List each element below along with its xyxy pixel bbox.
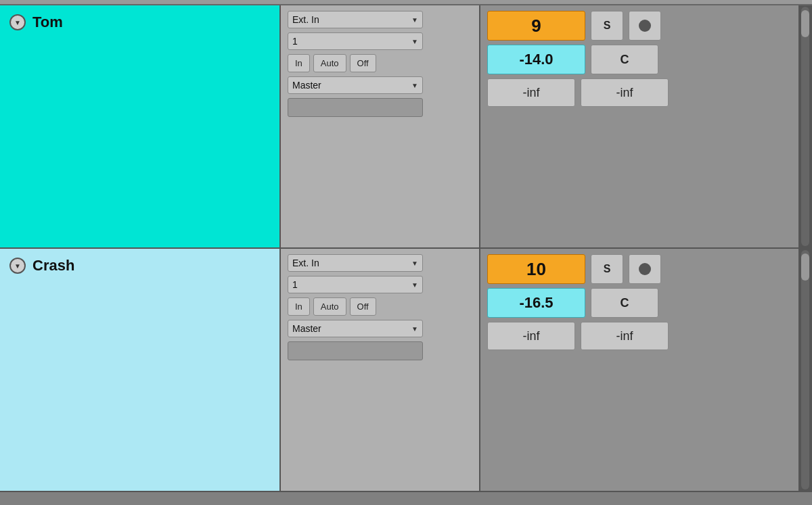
tom-master-row: Master ▼ <box>288 76 472 94</box>
crash-inf2: -inf <box>581 322 669 350</box>
track-row-tom: ▼ Tom Ext. In ▼ 1 ▼ In Auto Off <box>0 5 812 249</box>
tom-record-button[interactable] <box>629 11 661 41</box>
crash-scrollbar-track <box>801 250 809 489</box>
crash-right-panel: 10 S -16.5 C -inf <box>480 249 798 491</box>
crash-record-dot <box>639 263 651 275</box>
crash-channel-dropdown[interactable]: 1 ▼ <box>288 276 423 293</box>
crash-rp-row3: -inf -inf <box>487 322 792 350</box>
track-row-crash: ▼ Crash Ext. In ▼ 1 ▼ In Auto Off <box>0 249 812 492</box>
crash-off-button[interactable]: Off <box>350 297 376 316</box>
crash-input-dropdown[interactable]: Ext. In ▼ <box>288 254 423 272</box>
track-label-crash: ▼ Crash <box>9 257 74 274</box>
crash-rp-row2: -16.5 C <box>487 288 792 318</box>
tom-scrollbar[interactable] <box>798 5 812 247</box>
tom-c-button[interactable]: C <box>591 45 658 74</box>
tom-inf2: -inf <box>581 78 669 107</box>
crash-channel-row: 1 ▼ <box>288 276 472 293</box>
crash-channel-label: 1 <box>292 279 298 290</box>
crash-master-dropdown[interactable]: Master ▼ <box>288 320 423 337</box>
tom-track-name: Tom <box>32 14 63 31</box>
tom-rp-row2: -14.0 C <box>487 45 792 74</box>
crash-in-button[interactable]: In <box>288 297 310 316</box>
crash-auto-button[interactable]: Auto <box>313 297 346 316</box>
tom-empty-bar <box>288 98 423 117</box>
tom-input-label: Ext. In <box>292 14 319 25</box>
tom-rp-row1: 9 S <box>487 11 792 41</box>
tom-auto-button[interactable]: Auto <box>313 54 346 72</box>
tom-rp-spacer <box>487 111 792 242</box>
crash-input-row: Ext. In ▼ <box>288 254 472 272</box>
crash-collapse-arrow[interactable]: ▼ <box>9 258 26 274</box>
crash-controls-panel: Ext. In ▼ 1 ▼ In Auto Off Master ▼ <box>281 249 480 491</box>
tom-mode-row: In Auto Off <box>288 54 472 72</box>
tom-volume-value[interactable]: -14.0 <box>487 45 585 74</box>
tom-master-label: Master <box>292 80 321 91</box>
tom-input-row: Ext. In ▼ <box>288 11 472 28</box>
crash-rp-spacer <box>487 354 792 485</box>
tom-channel-arrow: ▼ <box>411 38 418 45</box>
tom-midi-number[interactable]: 9 <box>487 11 585 41</box>
track-pad-crash: ▼ Crash <box>0 249 281 491</box>
tom-master-arrow: ▼ <box>411 82 418 89</box>
crash-scrollbar-thumb <box>801 254 809 281</box>
crash-s-button[interactable]: S <box>591 254 623 284</box>
tom-channel-dropdown[interactable]: 1 ▼ <box>288 32 423 50</box>
tom-channel-row: 1 ▼ <box>288 32 472 50</box>
tom-input-arrow: ▼ <box>411 16 418 24</box>
main-container: ▼ Tom Ext. In ▼ 1 ▼ In Auto Off <box>0 0 812 505</box>
tom-off-button[interactable]: Off <box>350 54 376 72</box>
tom-master-dropdown[interactable]: Master ▼ <box>288 76 423 94</box>
bottom-area <box>0 492 812 505</box>
crash-empty-bar <box>288 341 423 360</box>
crash-c-button[interactable]: C <box>591 288 658 318</box>
tom-s-button[interactable]: S <box>591 11 623 41</box>
crash-master-arrow: ▼ <box>411 325 418 333</box>
tom-scrollbar-track <box>801 7 809 246</box>
tom-channel-label: 1 <box>292 36 298 47</box>
tom-input-dropdown[interactable]: Ext. In ▼ <box>288 11 423 28</box>
crash-track-name: Crash <box>32 257 74 274</box>
tom-in-button[interactable]: In <box>288 54 310 72</box>
crash-inf1: -inf <box>487 322 575 350</box>
tom-rp-row3: -inf -inf <box>487 78 792 107</box>
tom-controls-panel: Ext. In ▼ 1 ▼ In Auto Off Master ▼ <box>281 5 480 247</box>
crash-channel-arrow: ▼ <box>411 281 418 289</box>
crash-record-button[interactable] <box>629 254 661 284</box>
crash-scrollbar[interactable] <box>798 249 812 491</box>
crash-master-label: Master <box>292 323 321 334</box>
tom-collapse-arrow[interactable]: ▼ <box>9 14 26 30</box>
crash-input-arrow: ▼ <box>411 260 418 267</box>
tom-inf1: -inf <box>487 78 575 107</box>
crash-master-row: Master ▼ <box>288 320 472 337</box>
track-label-tom: ▼ Tom <box>9 14 63 31</box>
crash-rp-row1: 10 S <box>487 254 792 284</box>
crash-input-label: Ext. In <box>292 258 319 268</box>
tom-scrollbar-thumb <box>801 10 809 37</box>
top-strip <box>0 0 812 5</box>
tom-right-panel: 9 S -14.0 C -inf <box>480 5 798 247</box>
crash-volume-value[interactable]: -16.5 <box>487 288 585 318</box>
crash-midi-number[interactable]: 10 <box>487 254 585 284</box>
tom-record-dot <box>639 20 651 32</box>
crash-mode-row: In Auto Off <box>288 297 472 316</box>
track-pad-tom: ▼ Tom <box>0 5 281 247</box>
